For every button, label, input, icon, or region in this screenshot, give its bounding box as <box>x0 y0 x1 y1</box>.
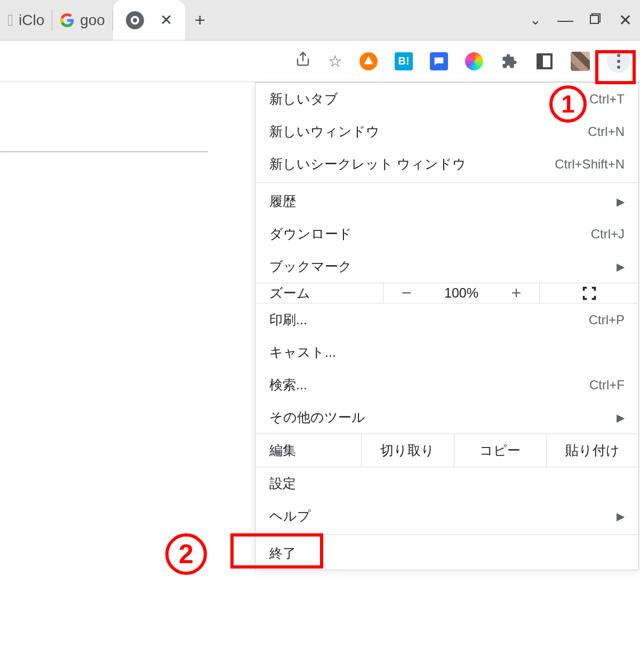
menu-label: 新しいタブ <box>269 90 589 108</box>
menu-label: その他のツール <box>269 409 617 426</box>
menu-label: 印刷... <box>269 311 589 329</box>
menu-label: 検索... <box>269 376 589 394</box>
chrome-icon <box>126 11 144 29</box>
menu-new-incognito[interactable]: 新しいシークレット ウィンドウ Ctrl+Shift+N <box>255 148 638 180</box>
edit-cut-button[interactable]: 切り取り <box>362 434 454 467</box>
extension-colorwheel-icon[interactable] <box>465 52 483 70</box>
menu-accelerator: Ctrl+P <box>589 313 625 327</box>
menu-new-window[interactable]: 新しいウィンドウ Ctrl+N <box>255 115 638 148</box>
extension-chat-icon[interactable] <box>430 52 448 70</box>
menu-separator <box>255 182 638 183</box>
submenu-arrow-icon: ▶ <box>617 510 625 523</box>
close-tab-icon[interactable]: ✕ <box>160 11 172 29</box>
menu-accelerator: Ctrl+N <box>588 124 625 139</box>
menu-label: キャスト... <box>269 343 625 361</box>
menu-downloads[interactable]: ダウンロード Ctrl+J <box>255 218 638 250</box>
plus-icon: + <box>195 10 205 30</box>
menu-history[interactable]: 履歴 ▶ <box>255 185 638 218</box>
menu-label: 新しいシークレット ウィンドウ <box>269 155 555 173</box>
new-tab-button[interactable]: + <box>185 0 215 40</box>
menu-print[interactable]: 印刷... Ctrl+P <box>255 303 638 336</box>
edit-paste-button[interactable]: 貼り付け <box>547 434 638 467</box>
menu-zoom-row: ズーム − 100% + <box>255 283 638 303</box>
profile-avatar[interactable] <box>571 52 590 71</box>
edit-label: 編集 <box>255 434 362 467</box>
submenu-arrow-icon: ▶ <box>617 260 625 273</box>
menu-find[interactable]: 検索... Ctrl+F <box>255 369 638 401</box>
google-icon <box>60 13 75 28</box>
menu-new-tab[interactable]: 新しいタブ Ctrl+T <box>255 83 638 115</box>
menu-more-tools[interactable]: その他のツール ▶ <box>255 401 638 434</box>
menu-label: ヘルプ <box>269 507 617 525</box>
menu-bookmarks[interactable]: ブックマーク ▶ <box>255 250 638 283</box>
share-icon[interactable] <box>295 51 311 71</box>
bookmark-star-icon[interactable]: ☆ <box>328 52 342 70</box>
menu-edit-row: 編集 切り取り コピー 貼り付け <box>255 434 638 467</box>
side-panel-icon[interactable] <box>535 52 554 70</box>
chrome-main-menu: 新しいタブ Ctrl+T 新しいウィンドウ Ctrl+N 新しいシークレット ウ… <box>255 82 639 570</box>
zoom-in-button[interactable]: + <box>493 283 539 303</box>
menu-separator <box>255 534 638 535</box>
tab-new-tab-page[interactable]: ✕ <box>113 0 185 41</box>
zoom-label: ズーム <box>255 283 383 303</box>
menu-label: 新しいウィンドウ <box>269 123 588 140</box>
chrome-menu-button[interactable] <box>607 50 630 73</box>
menu-label: ブックマーク <box>269 258 617 275</box>
zoom-value: 100% <box>429 283 493 303</box>
tab-strip:  iClo goo ✕ + ⌄ — <box>0 0 640 41</box>
window-maximize-button[interactable] <box>580 0 610 40</box>
menu-accelerator: Ctrl+Shift+N <box>555 157 625 172</box>
content-divider <box>0 151 208 153</box>
menu-exit[interactable]: 終了 <box>255 537 638 570</box>
menu-accelerator: Ctrl+T <box>589 92 625 107</box>
window-minimize-button[interactable]: — <box>550 0 580 40</box>
edit-copy-button[interactable]: コピー <box>454 434 547 467</box>
extension-avast-icon[interactable] <box>359 52 378 70</box>
minimize-icon: — <box>557 11 573 29</box>
fullscreen-button[interactable] <box>539 283 638 303</box>
maximize-icon <box>589 12 602 29</box>
zoom-out-button[interactable]: − <box>383 283 429 303</box>
close-icon: ✕ <box>619 11 632 29</box>
menu-label: 設定 <box>269 475 625 492</box>
tab-label: goo <box>80 12 105 29</box>
menu-label: 履歴 <box>269 193 617 210</box>
menu-accelerator: Ctrl+F <box>589 378 625 393</box>
svg-rect-1 <box>590 15 598 23</box>
extensions-puzzle-icon[interactable] <box>500 52 518 70</box>
submenu-arrow-icon: ▶ <box>617 195 625 208</box>
tab-label: iClo <box>19 12 44 29</box>
extension-hatena-icon[interactable]: B! <box>395 52 413 70</box>
menu-cast[interactable]: キャスト... <box>255 336 638 369</box>
menu-help[interactable]: ヘルプ ▶ <box>255 500 638 532</box>
submenu-arrow-icon: ▶ <box>617 411 625 424</box>
menu-accelerator: Ctrl+J <box>591 227 625 242</box>
window-close-button[interactable]: ✕ <box>610 0 640 40</box>
tab-icloud[interactable]:  iClo <box>0 0 52 40</box>
tab-google[interactable]: goo <box>52 0 113 40</box>
apple-icon:  <box>7 11 13 29</box>
tab-search-button[interactable]: ⌄ <box>521 0 550 40</box>
chevron-down-icon: ⌄ <box>530 12 541 28</box>
annotation-number-2: 2 <box>165 533 207 575</box>
menu-label: ダウンロード <box>269 225 591 243</box>
menu-settings[interactable]: 設定 <box>255 467 638 500</box>
menu-label: 終了 <box>269 545 625 562</box>
browser-toolbar: ☆ B! <box>0 41 640 82</box>
